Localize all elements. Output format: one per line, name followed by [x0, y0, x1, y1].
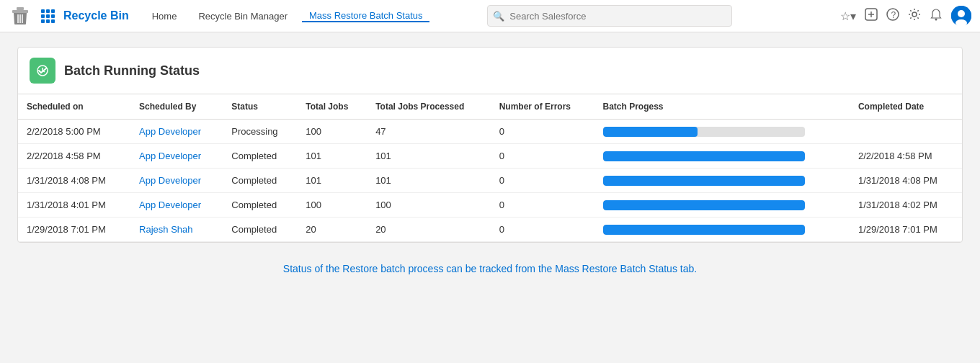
- cell-scheduled-by[interactable]: App Developer: [130, 120, 223, 144]
- table-row: 2/2/2018 5:00 PM App Developer Processin…: [18, 120, 962, 144]
- progress-bar-background: [603, 176, 805, 186]
- notifications-icon[interactable]: [930, 8, 943, 24]
- nav-home-link[interactable]: Home: [145, 11, 184, 22]
- table-header-row: Scheduled on Scheduled By Status Total J…: [18, 94, 962, 120]
- batch-status-card: Batch Running Status Scheduled on Schedu…: [17, 47, 963, 243]
- scheduled-by-link[interactable]: App Developer: [139, 200, 201, 210]
- svg-point-10: [912, 12, 917, 17]
- cell-total-jobs-processed: 47: [367, 120, 491, 144]
- cell-scheduled-on: 1/31/2018 4:08 PM: [18, 169, 130, 193]
- cell-progress: [594, 144, 850, 169]
- scheduled-by-link[interactable]: App Developer: [139, 126, 201, 137]
- app-title: Recycle Bin: [63, 9, 129, 22]
- table-row: 2/2/2018 4:58 PM App Developer Completed…: [18, 144, 962, 169]
- cell-scheduled-by[interactable]: Rajesh Shah: [130, 218, 223, 242]
- cell-total-jobs: 100: [297, 193, 367, 218]
- nav-mass-restore-link[interactable]: Mass Restore Batch Status: [302, 10, 430, 22]
- svg-text:?: ?: [891, 10, 896, 20]
- svg-point-11: [935, 19, 937, 21]
- cell-progress: [594, 218, 850, 242]
- cell-progress: [594, 193, 850, 218]
- cell-total-jobs-processed: 101: [367, 169, 491, 193]
- cell-scheduled-by[interactable]: App Developer: [130, 169, 223, 193]
- top-nav: Recycle Bin Home Recycle Bin Manager Mas…: [0, 0, 980, 32]
- cell-total-jobs-processed: 101: [367, 144, 491, 169]
- cell-errors: 0: [491, 218, 594, 242]
- table-row: 1/31/2018 4:08 PM App Developer Complete…: [18, 169, 962, 193]
- cell-completed-date: 1/31/2018 4:08 PM: [850, 169, 962, 193]
- cell-completed-date: 1/29/2018 7:01 PM: [850, 218, 962, 242]
- footer-info: Status of the Restore batch process can …: [17, 263, 963, 274]
- progress-bar-background: [603, 225, 805, 235]
- svg-point-13: [958, 10, 965, 17]
- progress-bar-fill: [603, 176, 805, 186]
- app-logo-icon: [9, 4, 32, 27]
- cell-status: Completed: [223, 193, 297, 218]
- cell-scheduled-on: 1/29/2018 7:01 PM: [18, 218, 130, 242]
- col-errors: Number of Errors: [491, 94, 594, 120]
- cell-progress: [594, 120, 850, 144]
- progress-bar-fill: [603, 151, 805, 161]
- cell-status: Completed: [223, 169, 297, 193]
- cell-total-jobs: 101: [297, 144, 367, 169]
- batch-table: Scheduled on Scheduled By Status Total J…: [18, 94, 962, 242]
- scheduled-by-link[interactable]: App Developer: [139, 151, 201, 161]
- card-icon: [30, 58, 55, 84]
- progress-bar-fill: [603, 225, 805, 235]
- app-launcher-button[interactable]: [39, 7, 56, 24]
- col-progress: Batch Progess: [594, 94, 850, 120]
- svg-rect-1: [17, 7, 24, 10]
- col-status: Status: [223, 94, 297, 120]
- search-icon: 🔍: [493, 11, 504, 22]
- cell-scheduled-on: 2/2/2018 5:00 PM: [18, 120, 130, 144]
- cell-total-jobs-processed: 100: [367, 193, 491, 218]
- col-total-jobs: Total Jobs: [297, 94, 367, 120]
- cell-errors: 0: [491, 193, 594, 218]
- cell-status: Completed: [223, 218, 297, 242]
- table-row: 1/29/2018 7:01 PM Rajesh Shah Completed …: [18, 218, 962, 242]
- progress-bar-background: [603, 127, 805, 137]
- cell-status: Completed: [223, 144, 297, 169]
- cell-scheduled-by[interactable]: App Developer: [130, 144, 223, 169]
- card-title: Batch Running Status: [64, 63, 200, 79]
- search-input[interactable]: [487, 5, 732, 27]
- cell-total-jobs: 101: [297, 169, 367, 193]
- card-header: Batch Running Status: [18, 48, 962, 94]
- cell-completed-date: [850, 120, 962, 144]
- cell-errors: 0: [491, 169, 594, 193]
- cell-status: Processing: [223, 120, 297, 144]
- cell-completed-date: 1/31/2018 4:02 PM: [850, 193, 962, 218]
- col-total-jobs-processed: Total Jobs Processed: [367, 94, 491, 120]
- cell-scheduled-on: 1/31/2018 4:01 PM: [18, 193, 130, 218]
- settings-icon[interactable]: [908, 8, 921, 24]
- cell-total-jobs: 20: [297, 218, 367, 242]
- progress-bar-fill: [603, 200, 805, 210]
- progress-bar-background: [603, 151, 805, 161]
- col-scheduled-on: Scheduled on: [18, 94, 130, 120]
- col-completed-date: Completed Date: [850, 94, 962, 120]
- add-icon[interactable]: [865, 8, 878, 24]
- cell-total-jobs: 100: [297, 120, 367, 144]
- progress-bar-background: [603, 200, 805, 210]
- main-content: Batch Running Status Scheduled on Schedu…: [0, 32, 980, 337]
- nav-recycle-bin-manager-link[interactable]: Recycle Bin Manager: [191, 11, 295, 22]
- cell-errors: 0: [491, 120, 594, 144]
- cell-scheduled-on: 2/2/2018 4:58 PM: [18, 144, 130, 169]
- cell-scheduled-by[interactable]: App Developer: [130, 193, 223, 218]
- col-scheduled-by: Scheduled By: [130, 94, 223, 120]
- help-icon[interactable]: ?: [886, 8, 899, 24]
- search-bar: 🔍: [487, 5, 732, 27]
- cell-progress: [594, 169, 850, 193]
- favorites-icon[interactable]: ☆▾: [840, 9, 856, 23]
- cell-errors: 0: [491, 144, 594, 169]
- cell-completed-date: 2/2/2018 4:58 PM: [850, 144, 962, 169]
- scheduled-by-link[interactable]: App Developer: [139, 175, 201, 186]
- svg-rect-0: [12, 10, 28, 13]
- scheduled-by-link[interactable]: Rajesh Shah: [139, 224, 192, 235]
- table-row: 1/31/2018 4:01 PM App Developer Complete…: [18, 193, 962, 218]
- nav-icons: ☆▾ ?: [840, 6, 971, 26]
- progress-bar-fill: [603, 127, 698, 137]
- avatar[interactable]: [951, 6, 971, 26]
- cell-total-jobs-processed: 20: [367, 218, 491, 242]
